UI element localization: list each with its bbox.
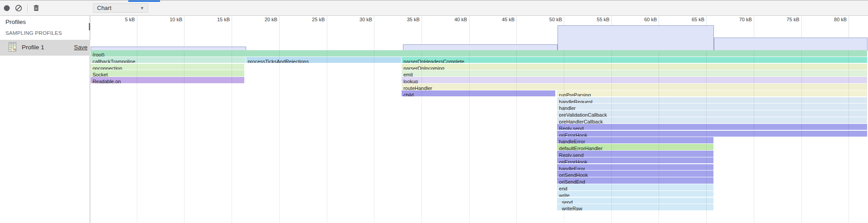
frame-label: Socket bbox=[91, 72, 108, 76]
frame-reply-send[interactable]: Reply.send bbox=[557, 151, 713, 157]
frame-write-[interactable]: write_ bbox=[557, 191, 713, 197]
frame-reply-send[interactable]: Reply.send bbox=[557, 124, 867, 130]
ruler-tick-label: 10 kB bbox=[152, 17, 182, 22]
trash-icon bbox=[30, 4, 42, 12]
frame-label: onSendEnd bbox=[557, 179, 585, 184]
ruler-tick-label: 55 kB bbox=[580, 17, 610, 22]
ruler-tick-label: 70 kB bbox=[722, 17, 752, 22]
sampling-profiles-section-label: SAMPLING PROFILES bbox=[5, 30, 62, 36]
ruler-tick-label: 5 kB bbox=[105, 17, 135, 22]
frame--root-[interactable]: (root) bbox=[91, 50, 867, 57]
chart-view-select-value: Chart bbox=[97, 5, 112, 11]
frame-handler[interactable]: handler bbox=[557, 104, 867, 110]
delete-profile-button[interactable] bbox=[30, 2, 42, 14]
frame-handleerror[interactable]: handleError bbox=[557, 164, 713, 171]
frame-processticksandrejections[interactable]: processTicksAndRejections bbox=[246, 57, 401, 63]
frame-parseronincoming[interactable]: parserOnIncoming bbox=[402, 64, 867, 70]
frame-label: processTicksAndRejections bbox=[246, 59, 309, 63]
frame-label: preValidationCallback bbox=[557, 112, 607, 117]
frame-label: write_ bbox=[557, 193, 572, 197]
frame-socket[interactable]: Socket bbox=[91, 70, 244, 76]
frame-label: handleError bbox=[557, 166, 585, 171]
frame-label: (root) bbox=[91, 52, 104, 57]
frame-onerrorhook[interactable]: onErrorHook bbox=[557, 131, 867, 137]
chevron-down-icon: ▼ bbox=[140, 6, 144, 10]
record-heap-profile-button[interactable] bbox=[1, 2, 13, 14]
frame-onconnection[interactable]: onconnection bbox=[91, 64, 244, 70]
frame-label: child bbox=[402, 92, 414, 97]
ruler-tick-label: 80 kB bbox=[817, 17, 847, 22]
heap-profile-icon: % bbox=[9, 42, 16, 53]
profile-name: Profile 1 bbox=[22, 44, 44, 51]
save-profile-link[interactable]: Save bbox=[74, 44, 87, 51]
ruler-tick-label: 25 kB bbox=[295, 17, 325, 22]
frame-runpreparsing[interactable]: runPreParsing bbox=[557, 90, 867, 97]
ruler-tick-label: 30 kB bbox=[342, 17, 372, 22]
ruler-tick-label: 60 kB bbox=[627, 17, 657, 22]
frame-label: Reply.send bbox=[557, 126, 583, 130]
frame-prevalidationcallback[interactable]: preValidationCallback bbox=[557, 110, 867, 117]
frame-label: Readable.on bbox=[91, 79, 121, 83]
frame-label: onconnection bbox=[91, 66, 122, 70]
frame-parseronheaderscomplete[interactable]: parserOnHeadersComplete bbox=[402, 57, 867, 63]
frame-label: _send bbox=[557, 199, 572, 204]
frame-label: handler bbox=[557, 105, 576, 110]
devtools-profiler-panel: Chart ▼ Profiles SAMPLING PROFILES % Pro… bbox=[0, 0, 868, 223]
chart-pane: 5 kB10 kB15 kB20 kB25 kB30 kB35 kB40 kB4… bbox=[91, 16, 868, 223]
frame-label: parserOnIncoming bbox=[402, 66, 445, 70]
ruler-tick-label: 65 kB bbox=[674, 17, 704, 22]
frame-readable-on[interactable]: Readable.on bbox=[91, 77, 244, 83]
frame-routehandler[interactable]: routeHandler bbox=[402, 84, 867, 90]
frame-label: parserOnHeadersComplete bbox=[402, 59, 465, 63]
overview-step[interactable] bbox=[558, 25, 713, 50]
frame-label: Reply.send bbox=[557, 152, 583, 157]
frame-label: callbackTrampoline bbox=[91, 59, 135, 63]
ruler-tick-label: 50 kB bbox=[532, 17, 562, 22]
frame-callbacktrampoline[interactable]: callbackTrampoline bbox=[91, 57, 245, 63]
frame-defaulterrorhandler[interactable]: defaultErrorHandler bbox=[557, 144, 713, 150]
frame-handleerror[interactable]: handleError bbox=[557, 137, 713, 143]
ruler-tick-label: 20 kB bbox=[247, 17, 277, 22]
ruler-tick-label: 35 kB bbox=[390, 17, 420, 22]
ruler-tick-label: 75 kB bbox=[770, 17, 800, 22]
overview-step[interactable] bbox=[91, 47, 246, 50]
frame-prehandlercallback[interactable]: preHandlerCallback bbox=[557, 117, 867, 123]
frame-handlerequest[interactable]: handleRequest bbox=[557, 97, 867, 104]
frame-label: handleError bbox=[557, 139, 585, 143]
frame-child[interactable]: child bbox=[402, 90, 555, 97]
frame-onsendhook[interactable]: onSendHook bbox=[557, 171, 713, 177]
frame-emit[interactable]: emit bbox=[402, 70, 867, 76]
sidebar-item-profile-1[interactable]: % Profile 1 Save bbox=[0, 40, 90, 56]
frame-label: emit bbox=[402, 72, 413, 76]
frame-end[interactable]: end bbox=[557, 184, 713, 190]
overview-step[interactable] bbox=[714, 38, 868, 50]
profiles-sidebar: Profiles SAMPLING PROFILES % Profile 1 S… bbox=[0, 16, 90, 223]
frame-label: handleRequest bbox=[557, 99, 592, 104]
svg-text:%: % bbox=[13, 47, 16, 52]
allocation-overview[interactable] bbox=[91, 23, 868, 50]
overview-left-grip[interactable] bbox=[89, 23, 90, 30]
frame-label: runPreParsing bbox=[557, 92, 591, 97]
frame-label: routeHandler bbox=[402, 85, 432, 90]
active-tab-indicator bbox=[128, 0, 160, 2]
sidebar-heading: Profiles bbox=[5, 19, 26, 25]
chart-view-select[interactable]: Chart ▼ bbox=[93, 3, 148, 13]
frame--send[interactable]: _send bbox=[557, 198, 713, 204]
ruler-tick-label: 15 kB bbox=[200, 17, 230, 22]
frame-label: preHandlerCallback bbox=[557, 119, 603, 123]
overview-step[interactable] bbox=[403, 44, 558, 50]
record-icon bbox=[1, 4, 13, 12]
ruler-tick-label: 40 kB bbox=[437, 17, 467, 22]
ruler-tick-label: 45 kB bbox=[485, 17, 514, 22]
frame-label: _writeRaw bbox=[557, 206, 582, 210]
frame--writeraw[interactable]: _writeRaw bbox=[557, 204, 713, 210]
frame-label: end bbox=[557, 186, 567, 190]
clear-icon bbox=[13, 4, 24, 12]
frame-onsendend[interactable]: onSendEnd bbox=[557, 177, 713, 184]
frame-label: defaultErrorHandler bbox=[557, 146, 602, 150]
clear-profiles-button[interactable] bbox=[13, 2, 24, 14]
frame-lookup[interactable]: lookup bbox=[402, 77, 867, 83]
frame-onerrorhook[interactable]: onErrorHook bbox=[557, 157, 713, 164]
profiler-toolbar: Chart ▼ bbox=[0, 0, 868, 16]
frame-label: onErrorHook bbox=[557, 159, 587, 164]
